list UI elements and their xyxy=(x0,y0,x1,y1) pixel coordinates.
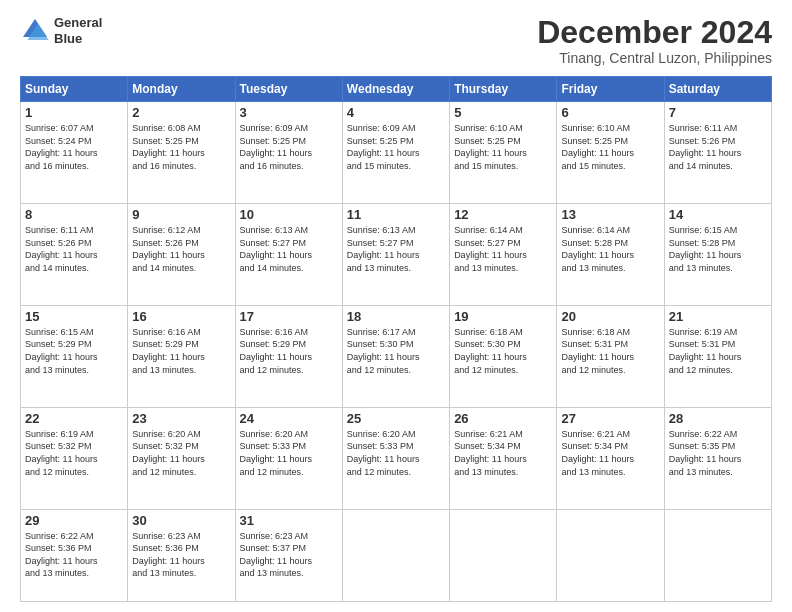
weekday-header-saturday: Saturday xyxy=(664,77,771,102)
calendar-table: SundayMondayTuesdayWednesdayThursdayFrid… xyxy=(20,76,772,602)
day-info: Sunrise: 6:09 AMSunset: 5:25 PMDaylight:… xyxy=(347,122,445,172)
day-number: 26 xyxy=(454,411,552,426)
calendar-cell: 14Sunrise: 6:15 AMSunset: 5:28 PMDayligh… xyxy=(664,204,771,306)
day-number: 7 xyxy=(669,105,767,120)
day-info: Sunrise: 6:07 AMSunset: 5:24 PMDaylight:… xyxy=(25,122,123,172)
day-number: 5 xyxy=(454,105,552,120)
calendar-cell: 13Sunrise: 6:14 AMSunset: 5:28 PMDayligh… xyxy=(557,204,664,306)
logo-icon xyxy=(20,16,50,46)
day-info: Sunrise: 6:22 AMSunset: 5:36 PMDaylight:… xyxy=(25,530,123,580)
weekday-header-wednesday: Wednesday xyxy=(342,77,449,102)
month-title: December 2024 xyxy=(537,15,772,50)
weekday-header-friday: Friday xyxy=(557,77,664,102)
day-number: 20 xyxy=(561,309,659,324)
day-info: Sunrise: 6:19 AMSunset: 5:32 PMDaylight:… xyxy=(25,428,123,478)
calendar-cell: 29Sunrise: 6:22 AMSunset: 5:36 PMDayligh… xyxy=(21,509,128,601)
calendar-cell: 4Sunrise: 6:09 AMSunset: 5:25 PMDaylight… xyxy=(342,102,449,204)
weekday-header-sunday: Sunday xyxy=(21,77,128,102)
calendar-cell: 22Sunrise: 6:19 AMSunset: 5:32 PMDayligh… xyxy=(21,407,128,509)
day-number: 21 xyxy=(669,309,767,324)
calendar-cell: 17Sunrise: 6:16 AMSunset: 5:29 PMDayligh… xyxy=(235,305,342,407)
calendar-cell: 11Sunrise: 6:13 AMSunset: 5:27 PMDayligh… xyxy=(342,204,449,306)
day-info: Sunrise: 6:20 AMSunset: 5:33 PMDaylight:… xyxy=(347,428,445,478)
day-info: Sunrise: 6:14 AMSunset: 5:28 PMDaylight:… xyxy=(561,224,659,274)
day-number: 13 xyxy=(561,207,659,222)
calendar-cell: 26Sunrise: 6:21 AMSunset: 5:34 PMDayligh… xyxy=(450,407,557,509)
calendar-cell: 5Sunrise: 6:10 AMSunset: 5:25 PMDaylight… xyxy=(450,102,557,204)
day-info: Sunrise: 6:23 AMSunset: 5:36 PMDaylight:… xyxy=(132,530,230,580)
day-info: Sunrise: 6:18 AMSunset: 5:31 PMDaylight:… xyxy=(561,326,659,376)
calendar-cell: 25Sunrise: 6:20 AMSunset: 5:33 PMDayligh… xyxy=(342,407,449,509)
calendar-cell: 15Sunrise: 6:15 AMSunset: 5:29 PMDayligh… xyxy=(21,305,128,407)
day-info: Sunrise: 6:19 AMSunset: 5:31 PMDaylight:… xyxy=(669,326,767,376)
day-number: 11 xyxy=(347,207,445,222)
calendar-cell: 31Sunrise: 6:23 AMSunset: 5:37 PMDayligh… xyxy=(235,509,342,601)
calendar-cell: 27Sunrise: 6:21 AMSunset: 5:34 PMDayligh… xyxy=(557,407,664,509)
day-number: 8 xyxy=(25,207,123,222)
day-info: Sunrise: 6:21 AMSunset: 5:34 PMDaylight:… xyxy=(561,428,659,478)
day-number: 16 xyxy=(132,309,230,324)
logo-text: General Blue xyxy=(54,15,102,46)
calendar-cell: 10Sunrise: 6:13 AMSunset: 5:27 PMDayligh… xyxy=(235,204,342,306)
day-number: 12 xyxy=(454,207,552,222)
day-info: Sunrise: 6:15 AMSunset: 5:28 PMDaylight:… xyxy=(669,224,767,274)
day-number: 15 xyxy=(25,309,123,324)
day-info: Sunrise: 6:15 AMSunset: 5:29 PMDaylight:… xyxy=(25,326,123,376)
calendar-cell: 2Sunrise: 6:08 AMSunset: 5:25 PMDaylight… xyxy=(128,102,235,204)
calendar-cell: 21Sunrise: 6:19 AMSunset: 5:31 PMDayligh… xyxy=(664,305,771,407)
weekday-header-thursday: Thursday xyxy=(450,77,557,102)
day-info: Sunrise: 6:18 AMSunset: 5:30 PMDaylight:… xyxy=(454,326,552,376)
day-number: 31 xyxy=(240,513,338,528)
header: General Blue December 2024 Tinang, Centr… xyxy=(20,15,772,66)
day-number: 6 xyxy=(561,105,659,120)
day-info: Sunrise: 6:12 AMSunset: 5:26 PMDaylight:… xyxy=(132,224,230,274)
day-info: Sunrise: 6:16 AMSunset: 5:29 PMDaylight:… xyxy=(132,326,230,376)
location-title: Tinang, Central Luzon, Philippines xyxy=(537,50,772,66)
day-info: Sunrise: 6:20 AMSunset: 5:32 PMDaylight:… xyxy=(132,428,230,478)
calendar-cell: 16Sunrise: 6:16 AMSunset: 5:29 PMDayligh… xyxy=(128,305,235,407)
weekday-header-tuesday: Tuesday xyxy=(235,77,342,102)
calendar-cell xyxy=(664,509,771,601)
day-number: 25 xyxy=(347,411,445,426)
day-number: 22 xyxy=(25,411,123,426)
calendar-cell xyxy=(557,509,664,601)
weekday-header-monday: Monday xyxy=(128,77,235,102)
day-number: 3 xyxy=(240,105,338,120)
calendar-cell: 8Sunrise: 6:11 AMSunset: 5:26 PMDaylight… xyxy=(21,204,128,306)
day-number: 17 xyxy=(240,309,338,324)
day-number: 1 xyxy=(25,105,123,120)
calendar-cell: 1Sunrise: 6:07 AMSunset: 5:24 PMDaylight… xyxy=(21,102,128,204)
day-number: 14 xyxy=(669,207,767,222)
day-info: Sunrise: 6:23 AMSunset: 5:37 PMDaylight:… xyxy=(240,530,338,580)
day-info: Sunrise: 6:10 AMSunset: 5:25 PMDaylight:… xyxy=(454,122,552,172)
calendar-cell: 18Sunrise: 6:17 AMSunset: 5:30 PMDayligh… xyxy=(342,305,449,407)
day-info: Sunrise: 6:11 AMSunset: 5:26 PMDaylight:… xyxy=(25,224,123,274)
day-info: Sunrise: 6:20 AMSunset: 5:33 PMDaylight:… xyxy=(240,428,338,478)
day-number: 30 xyxy=(132,513,230,528)
day-number: 29 xyxy=(25,513,123,528)
day-number: 19 xyxy=(454,309,552,324)
day-number: 28 xyxy=(669,411,767,426)
logo: General Blue xyxy=(20,15,102,46)
day-info: Sunrise: 6:10 AMSunset: 5:25 PMDaylight:… xyxy=(561,122,659,172)
day-info: Sunrise: 6:13 AMSunset: 5:27 PMDaylight:… xyxy=(240,224,338,274)
calendar-cell: 9Sunrise: 6:12 AMSunset: 5:26 PMDaylight… xyxy=(128,204,235,306)
day-info: Sunrise: 6:16 AMSunset: 5:29 PMDaylight:… xyxy=(240,326,338,376)
title-block: December 2024 Tinang, Central Luzon, Phi… xyxy=(537,15,772,66)
day-info: Sunrise: 6:13 AMSunset: 5:27 PMDaylight:… xyxy=(347,224,445,274)
calendar-cell xyxy=(450,509,557,601)
day-info: Sunrise: 6:11 AMSunset: 5:26 PMDaylight:… xyxy=(669,122,767,172)
calendar-cell xyxy=(342,509,449,601)
day-info: Sunrise: 6:22 AMSunset: 5:35 PMDaylight:… xyxy=(669,428,767,478)
day-number: 10 xyxy=(240,207,338,222)
page: General Blue December 2024 Tinang, Centr… xyxy=(0,0,792,612)
day-info: Sunrise: 6:17 AMSunset: 5:30 PMDaylight:… xyxy=(347,326,445,376)
calendar-cell: 23Sunrise: 6:20 AMSunset: 5:32 PMDayligh… xyxy=(128,407,235,509)
day-number: 9 xyxy=(132,207,230,222)
calendar-cell: 6Sunrise: 6:10 AMSunset: 5:25 PMDaylight… xyxy=(557,102,664,204)
day-info: Sunrise: 6:09 AMSunset: 5:25 PMDaylight:… xyxy=(240,122,338,172)
day-number: 23 xyxy=(132,411,230,426)
calendar-cell: 24Sunrise: 6:20 AMSunset: 5:33 PMDayligh… xyxy=(235,407,342,509)
calendar-cell: 28Sunrise: 6:22 AMSunset: 5:35 PMDayligh… xyxy=(664,407,771,509)
day-number: 2 xyxy=(132,105,230,120)
